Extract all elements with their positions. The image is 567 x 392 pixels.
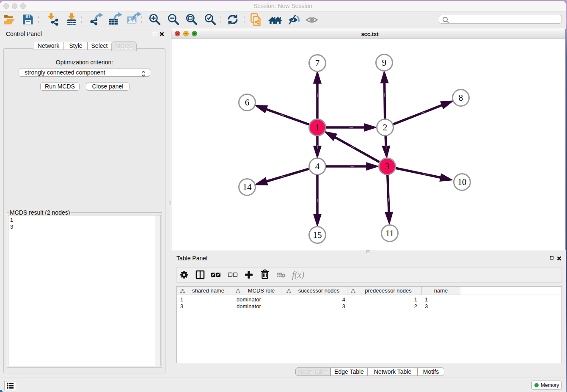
svg-text:1: 1 xyxy=(315,122,320,133)
svg-text:f(x): f(x) xyxy=(292,270,304,280)
svg-text:14: 14 xyxy=(243,182,252,192)
svg-text:3: 3 xyxy=(385,161,390,171)
svg-text:8: 8 xyxy=(459,93,463,103)
svg-text:15: 15 xyxy=(313,230,322,240)
svg-text:10: 10 xyxy=(458,177,467,187)
svg-text:6: 6 xyxy=(245,97,250,108)
svg-text:7: 7 xyxy=(315,58,320,68)
svg-text:2: 2 xyxy=(383,122,388,133)
svg-text:4: 4 xyxy=(315,161,320,171)
svg-text:9: 9 xyxy=(382,58,387,68)
svg-text:11: 11 xyxy=(385,228,394,238)
